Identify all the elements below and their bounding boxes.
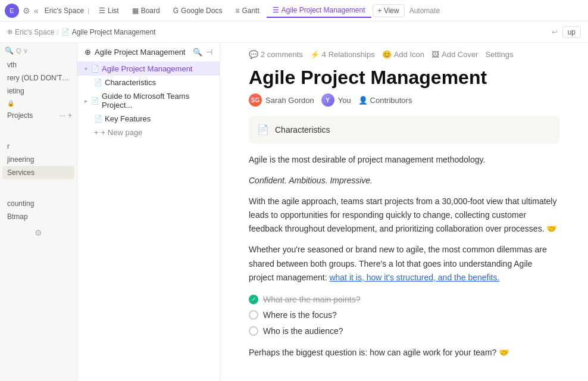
sidebar-search[interactable]: 🔍 Q ∨	[0, 43, 77, 58]
projects-add-icon[interactable]: +	[68, 111, 72, 120]
content-area: 💬 2 comments ⚡ 4 Relationships 😊 Add Ico…	[220, 43, 588, 381]
sidebar-settings-icon[interactable]: ⚙	[35, 228, 42, 238]
check-item-1[interactable]: ✓ What are the main points?	[249, 292, 559, 307]
image-icon: 🖼	[431, 50, 439, 59]
content-link[interactable]: what it is, how it's structured, and the…	[329, 273, 499, 282]
up-button[interactable]: up	[562, 26, 581, 38]
sidebar-spacer-2	[0, 179, 77, 197]
globe-icon: ⊕	[85, 48, 91, 57]
check-item-2[interactable]: Where is the focus?	[249, 307, 559, 323]
contributors-label: Contributors	[370, 96, 412, 105]
collapse-icon[interactable]: «	[34, 6, 39, 15]
relationships-button[interactable]: ⚡ 4 Relationships	[310, 50, 375, 59]
doc-toolbar: 💬 2 comments ⚡ 4 Relationships 😊 Add Ico…	[220, 43, 588, 59]
sidebar-item-services-label: Services	[7, 168, 35, 177]
tab-gantt[interactable]: ≡ Gantt	[229, 4, 265, 17]
paragraph-2: Confident. Ambitious. Impressive.	[249, 174, 559, 188]
sidebar-item-r[interactable]: r	[2, 140, 74, 153]
check-label-2: Where is the focus?	[263, 308, 337, 321]
author-sarah[interactable]: SG Sarah Gordon	[249, 93, 314, 107]
tab-board[interactable]: ▦ Board	[126, 4, 166, 17]
avatar-you: Y	[321, 93, 334, 107]
doc-tree-item-guide[interactable]: ▸ 📄 Guide to Microsoft Teams Project...	[77, 89, 220, 112]
nav-left: E ⚙ « Eric's Space	[5, 4, 84, 18]
relationships-icon: ⚡	[310, 50, 320, 59]
checkbox-1[interactable]: ✓	[249, 295, 258, 304]
paragraph-3: With the agile approach, teams start pro…	[249, 195, 559, 236]
doc-page-icon: 📄	[91, 65, 99, 73]
settings-icon[interactable]: ⚙	[23, 6, 30, 15]
doc-sidebar-title: ⊕ Agile Project Management	[85, 48, 185, 57]
tab-google-docs[interactable]: G Google Docs	[167, 4, 229, 17]
nav-divider: |	[87, 7, 89, 14]
callout-icon: 📄	[257, 122, 269, 138]
breadcrumb-bar: ⊕ Eric's Space / 📄 Agile Project Managem…	[0, 21, 588, 43]
lock-icon: 🔒	[7, 100, 14, 107]
tab-agile[interactable]: ☰ Agile Project Management	[267, 4, 371, 18]
sidebar-projects-row: Projects ··· +	[0, 109, 77, 122]
sidebar-projects-label[interactable]: Projects	[7, 111, 33, 120]
workspace-name: Eric's Space	[45, 7, 84, 15]
plus-icon: +	[94, 128, 99, 137]
sidebar-item-counting[interactable]: counting	[2, 197, 74, 210]
doc-tree-item-key-features[interactable]: 📄 Key Features	[77, 112, 220, 126]
gantt-icon: ≡	[235, 7, 239, 15]
breadcrumb-current: Agile Project Management	[72, 28, 156, 36]
doc-content: 📄 Characteristics Agile is the most desi…	[220, 116, 588, 359]
doc-page-icon-4: 📄	[94, 115, 102, 123]
sidebar-item-ieting-label: ieting	[7, 87, 24, 95]
settings-button[interactable]: Settings	[485, 50, 513, 59]
sidebar-item-counting-label: counting	[7, 199, 34, 208]
doc-page-icon-3: 📄	[91, 97, 99, 105]
sidebar-item-btmap[interactable]: Btmap	[2, 210, 74, 223]
undo-icon[interactable]: ↩	[552, 28, 558, 36]
main-layout: 🔍 Q ∨ vth rery (OLD DON'T US... ieting 🔒…	[0, 43, 588, 381]
paragraph-4: Whether you're seasoned or brand new to …	[249, 243, 559, 284]
search-icon: 🔍	[5, 46, 14, 55]
sidebar-item-services[interactable]: Services	[2, 166, 74, 179]
contributors-button[interactable]: 👤 Contributors	[358, 96, 412, 105]
author-you[interactable]: Y You	[321, 93, 351, 107]
last-paragraph: Perhaps the biggest question is: how can…	[249, 346, 559, 359]
callout-text: Characteristics	[275, 123, 330, 136]
doc-search-icon[interactable]: 🔍	[193, 48, 202, 57]
list-icon: ☰	[99, 7, 105, 15]
board-icon: ▦	[132, 7, 139, 15]
arrow-down-icon: ▾	[85, 65, 87, 72]
check-item-3[interactable]: Who is the audience?	[249, 323, 559, 339]
top-nav: E ⚙ « Eric's Space | ☰ List ▦ Board G Go…	[0, 0, 588, 21]
breadcrumb-workspace[interactable]: Eric's Space	[15, 28, 54, 36]
add-cover-button[interactable]: 🖼 Add Cover	[431, 50, 478, 59]
doc-sidebar-actions: 🔍 ⊣	[193, 48, 212, 57]
sidebar-spacer-1	[0, 122, 77, 140]
author-sarah-name: Sarah Gordon	[265, 96, 314, 105]
doc-more-icon[interactable]: ⊣	[206, 48, 212, 57]
comments-button[interactable]: 💬 2 comments	[249, 50, 303, 59]
add-view-button[interactable]: + View	[373, 4, 405, 17]
projects-more-icon[interactable]: ···	[60, 111, 65, 120]
callout-block[interactable]: 📄 Characteristics	[249, 116, 559, 143]
doc-tree-item-agile-pm[interactable]: ▾ 📄 Agile Project Management	[77, 62, 220, 76]
comments-icon: 💬	[249, 50, 258, 59]
left-sidebar: 🔍 Q ∨ vth rery (OLD DON'T US... ieting 🔒…	[0, 43, 77, 381]
doc-sidebar-header: ⊕ Agile Project Management 🔍 ⊣	[77, 43, 220, 62]
add-icon-button[interactable]: 😊 Add Icon	[382, 50, 424, 59]
sidebar-item-vth[interactable]: vth	[2, 58, 74, 71]
tab-list[interactable]: ☰ List	[93, 4, 125, 17]
doc-tree-item-characteristics[interactable]: 📄 Characteristics	[77, 76, 220, 89]
emoji-icon: 😊	[382, 50, 392, 59]
workspace-icon[interactable]: E	[5, 4, 19, 18]
last-paragraph-text: Perhaps the biggest question is: how can…	[249, 348, 509, 357]
checkbox-2[interactable]	[249, 310, 258, 320]
new-page-button[interactable]: + + New page	[77, 126, 220, 139]
checkbox-3[interactable]	[249, 326, 258, 336]
avatar-sarah: SG	[249, 93, 262, 107]
sidebar-item-lock[interactable]: 🔒	[2, 98, 74, 109]
breadcrumb-sep: /	[57, 28, 58, 36]
projects-actions: ··· +	[60, 111, 72, 120]
doc-authors: SG Sarah Gordon Y You 👤 Contributors	[220, 93, 588, 116]
sidebar-item-engineering[interactable]: jineering	[2, 153, 74, 166]
sidebar-item-rery[interactable]: rery (OLD DON'T US...	[2, 71, 74, 85]
sidebar-item-ieting[interactable]: ieting	[2, 85, 74, 98]
doc-title: Agile Project Management	[220, 59, 588, 93]
